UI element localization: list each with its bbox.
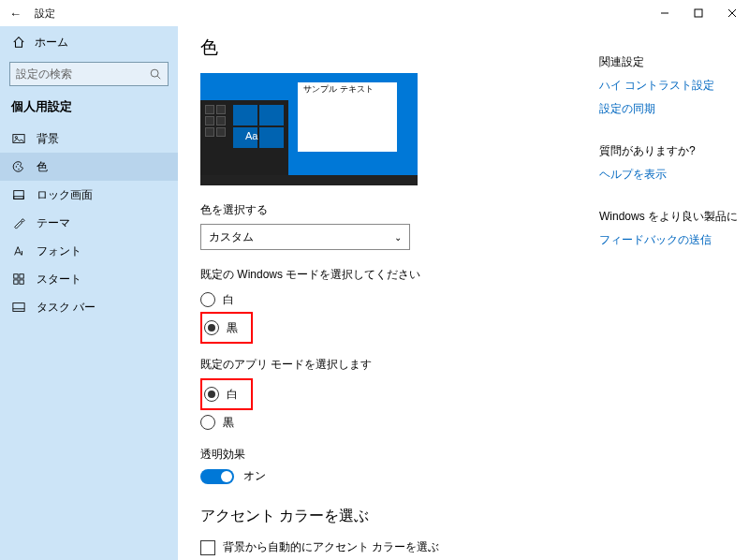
radio-icon (200, 292, 215, 307)
svg-rect-16 (19, 280, 22, 284)
lockscreen-icon (11, 188, 25, 202)
sidebar-item-themes[interactable]: テーマ (0, 209, 178, 237)
svg-rect-13 (13, 274, 17, 278)
sidebar-item-label: 色 (37, 159, 48, 175)
sidebar-section-header: 個人用設定 (0, 94, 178, 125)
auto-accent-checkbox[interactable]: 背景から自動的にアクセント カラーを選ぶ (200, 539, 577, 555)
svg-point-9 (17, 164, 18, 165)
maximize-button[interactable] (682, 0, 715, 26)
radio-icon (204, 387, 219, 402)
page-title: 色 (200, 36, 577, 60)
sidebar-home[interactable]: ホーム (0, 28, 178, 56)
sidebar-item-fonts[interactable]: フォント (0, 237, 178, 265)
svg-rect-11 (13, 191, 23, 199)
search-input[interactable]: 設定の検索 (9, 62, 169, 86)
start-icon (11, 273, 25, 287)
minimize-button[interactable] (648, 0, 682, 26)
close-button[interactable] (715, 0, 749, 26)
sidebar-item-label: スタート (37, 272, 81, 287)
sidebar-home-label: ホーム (35, 35, 68, 51)
highlight-app-white: 白 (200, 378, 253, 410)
svg-point-8 (15, 166, 16, 167)
sidebar-item-label: テーマ (37, 215, 70, 231)
highlight-windows-black: 黒 (200, 312, 253, 344)
transparency-toggle[interactable] (200, 469, 234, 484)
radio-label: 白 (227, 387, 238, 403)
svg-rect-12 (13, 197, 23, 199)
radio-icon (204, 320, 219, 335)
radio-app-black[interactable]: 黒 (200, 411, 577, 434)
titlebar: ← 設定 (0, 0, 749, 26)
radio-windows-black[interactable]: 黒 (204, 317, 238, 339)
related-settings-header: 関連設定 (599, 54, 749, 70)
home-icon (11, 36, 25, 50)
svg-rect-1 (695, 9, 702, 17)
themes-icon (11, 216, 25, 230)
back-button[interactable]: ← (9, 7, 22, 21)
search-placeholder: 設定の検索 (16, 66, 72, 82)
sidebar-item-lockscreen[interactable]: ロック画面 (0, 181, 178, 209)
window-title: 設定 (35, 7, 55, 21)
taskbar-icon (11, 301, 25, 315)
palette-icon (11, 160, 25, 174)
right-column: 関連設定 ハイ コントラスト設定 設定の同期 質問がありますか? ヘルプを表示 … (599, 26, 749, 560)
question-header: 質問がありますか? (599, 143, 749, 159)
sidebar-item-start[interactable]: スタート (0, 265, 178, 293)
sidebar-item-taskbar[interactable]: タスク バー (0, 293, 178, 321)
svg-rect-17 (12, 303, 23, 312)
svg-rect-14 (19, 274, 22, 278)
link-high-contrast[interactable]: ハイ コントラスト設定 (599, 78, 749, 94)
sidebar-item-label: ロック画面 (37, 187, 93, 203)
transparency-value: オン (243, 468, 266, 484)
choose-color-select[interactable]: カスタム ⌄ (200, 224, 410, 250)
chevron-down-icon: ⌄ (394, 232, 402, 243)
svg-point-4 (151, 69, 158, 77)
sidebar-item-label: 背景 (37, 131, 59, 147)
radio-windows-white[interactable]: 白 (200, 288, 577, 311)
preview-sample-text: サンプル テキスト (298, 82, 397, 96)
app-mode-label: 既定のアプリ モードを選択します (200, 357, 577, 373)
link-sync-settings[interactable]: 設定の同期 (599, 101, 749, 117)
search-icon (149, 67, 162, 81)
choose-color-label: 色を選択する (200, 202, 577, 218)
radio-label: 白 (223, 292, 234, 308)
picture-icon (11, 132, 25, 146)
radio-label: 黒 (227, 320, 238, 336)
sidebar-item-background[interactable]: 背景 (0, 125, 178, 153)
choose-color-value: カスタム (209, 229, 254, 245)
svg-line-5 (157, 76, 160, 79)
preview-thumbnail: Aa サンプル テキスト (200, 73, 418, 185)
checkbox-icon (200, 540, 215, 555)
sidebar: ホーム 設定の検索 個人用設定 背景 色 ロック画面 (0, 26, 178, 560)
svg-point-10 (18, 169, 19, 169)
radio-icon (200, 415, 215, 430)
sidebar-item-label: タスク バー (37, 300, 95, 316)
radio-label: 黒 (223, 415, 234, 431)
accent-section-title: アクセント カラーを選ぶ (200, 507, 577, 526)
link-feedback[interactable]: フィードバックの送信 (599, 232, 749, 248)
transparency-label: 透明効果 (200, 447, 577, 463)
windows-mode-label: 既定の Windows モードを選択してください (200, 267, 577, 283)
sidebar-item-label: フォント (37, 243, 81, 259)
link-help[interactable]: ヘルプを表示 (599, 167, 749, 183)
svg-rect-15 (13, 280, 17, 284)
auto-accent-label: 背景から自動的にアクセント カラーを選ぶ (223, 539, 439, 555)
font-icon (11, 244, 25, 258)
radio-app-white[interactable]: 白 (204, 383, 238, 405)
feedback-header: Windows をより良い製品に (599, 209, 749, 225)
sidebar-item-colors[interactable]: 色 (0, 153, 178, 181)
main-content: 色 Aa (178, 26, 599, 560)
